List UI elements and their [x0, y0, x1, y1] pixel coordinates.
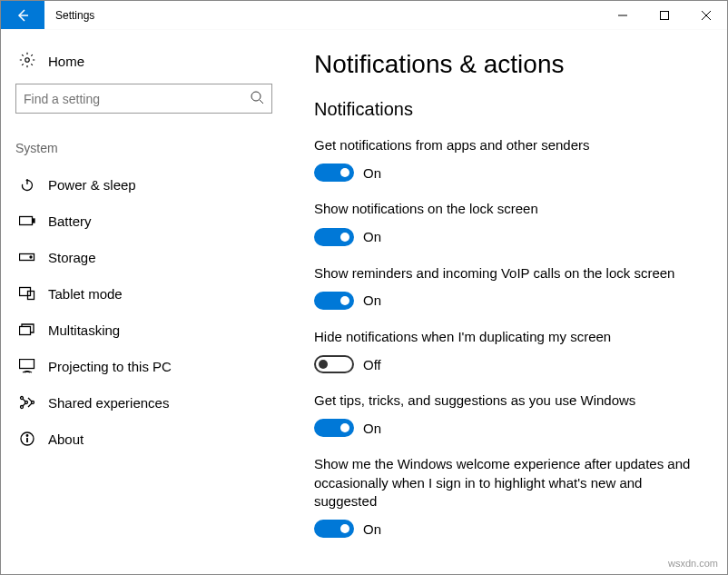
- svg-point-2: [251, 92, 261, 101]
- minimize-button[interactable]: [602, 1, 644, 29]
- svg-point-13: [21, 406, 24, 409]
- nav-item-multitasking[interactable]: Multitasking: [15, 312, 272, 348]
- titlebar: Settings: [1, 1, 727, 30]
- toggle-state: On: [363, 165, 381, 181]
- nav-item-tablet-mode[interactable]: Tablet mode: [15, 275, 272, 312]
- setting-tips: Get tips, tricks, and suggestions as you…: [314, 392, 709, 437]
- setting-welcome: Show me the Windows welcome experience a…: [314, 455, 709, 538]
- shared-icon: [19, 394, 35, 411]
- nav-item-battery[interactable]: Battery: [15, 203, 272, 239]
- nav-label: Shared experiences: [48, 395, 169, 411]
- section-title: Notifications: [314, 99, 709, 120]
- svg-rect-0: [661, 11, 669, 19]
- setting-label: Show reminders and incoming VoIP calls o…: [314, 264, 695, 283]
- nav-item-shared-experiences[interactable]: Shared experiences: [15, 384, 272, 421]
- setting-duplicating: Hide notifications when I'm duplicating …: [314, 328, 709, 373]
- nav-label: Tablet mode: [48, 286, 123, 302]
- maximize-button[interactable]: [644, 1, 685, 29]
- sidebar: Home System Power & sleep Battery Storag…: [1, 30, 287, 574]
- page-title: Notifications & actions: [314, 50, 709, 79]
- info-icon: [19, 431, 35, 447]
- search-icon: [250, 90, 264, 107]
- toggle-lock-screen[interactable]: [314, 228, 354, 246]
- tablet-icon: [19, 285, 35, 302]
- nav-group-header: System: [15, 141, 272, 155]
- toggle-tips[interactable]: [314, 419, 354, 437]
- nav-label: Multitasking: [48, 322, 120, 338]
- svg-point-7: [30, 256, 32, 258]
- setting-label: Show notifications on the lock screen: [314, 200, 695, 218]
- setting-label: Show me the Windows welcome experience a…: [314, 455, 695, 511]
- setting-label: Hide notifications when I'm duplicating …: [314, 328, 695, 346]
- svg-point-1: [25, 58, 30, 63]
- close-button[interactable]: [685, 1, 727, 29]
- nav-item-about[interactable]: About: [15, 421, 272, 457]
- toggle-welcome[interactable]: [314, 520, 354, 538]
- toggle-duplicating[interactable]: [314, 355, 354, 373]
- storage-icon: [19, 249, 35, 265]
- power-icon: [19, 176, 35, 193]
- toggle-voip-lock[interactable]: [314, 292, 354, 310]
- projecting-icon: [19, 358, 35, 374]
- arrow-left-icon: [15, 8, 30, 23]
- setting-lock-screen: Show notifications on the lock screen On: [314, 200, 709, 245]
- search-input-container[interactable]: [15, 84, 272, 114]
- toggle-state: On: [363, 292, 381, 308]
- setting-apps-senders: Get notifications from apps and other se…: [314, 136, 709, 182]
- setting-voip-lock: Show reminders and incoming VoIP calls o…: [314, 264, 709, 310]
- nav-item-projecting[interactable]: Projecting to this PC: [15, 348, 272, 384]
- gear-icon: [19, 52, 35, 71]
- toggle-apps-senders[interactable]: [314, 164, 354, 182]
- svg-point-14: [32, 402, 34, 404]
- nav-label: Power & sleep: [48, 177, 136, 193]
- svg-rect-10: [20, 327, 31, 335]
- main-content: Notifications & actions Notifications Ge…: [287, 30, 727, 574]
- svg-rect-4: [20, 217, 33, 225]
- toggle-state: On: [363, 521, 381, 537]
- home-nav[interactable]: Home: [15, 46, 272, 84]
- search-input[interactable]: [24, 92, 250, 106]
- nav-label: Battery: [48, 213, 92, 229]
- home-label: Home: [48, 54, 84, 69]
- multitasking-icon: [19, 322, 35, 338]
- watermark: wsxdn.com: [668, 558, 718, 569]
- svg-point-17: [26, 435, 28, 437]
- nav-item-power-sleep[interactable]: Power & sleep: [15, 166, 272, 203]
- back-button[interactable]: [1, 1, 44, 29]
- toggle-state: On: [363, 421, 381, 436]
- nav-label: About: [48, 431, 84, 447]
- toggle-state: Off: [363, 357, 381, 372]
- svg-rect-11: [20, 360, 34, 369]
- nav-label: Projecting to this PC: [48, 359, 172, 374]
- window-title: Settings: [44, 1, 602, 29]
- setting-label: Get notifications from apps and other se…: [314, 136, 695, 154]
- toggle-state: On: [363, 229, 381, 244]
- battery-icon: [19, 213, 35, 229]
- svg-rect-5: [33, 219, 34, 223]
- svg-point-15: [25, 402, 28, 404]
- svg-point-12: [21, 397, 24, 400]
- setting-label: Get tips, tricks, and suggestions as you…: [314, 392, 695, 410]
- nav-label: Storage: [48, 250, 96, 265]
- nav-item-storage[interactable]: Storage: [15, 239, 272, 275]
